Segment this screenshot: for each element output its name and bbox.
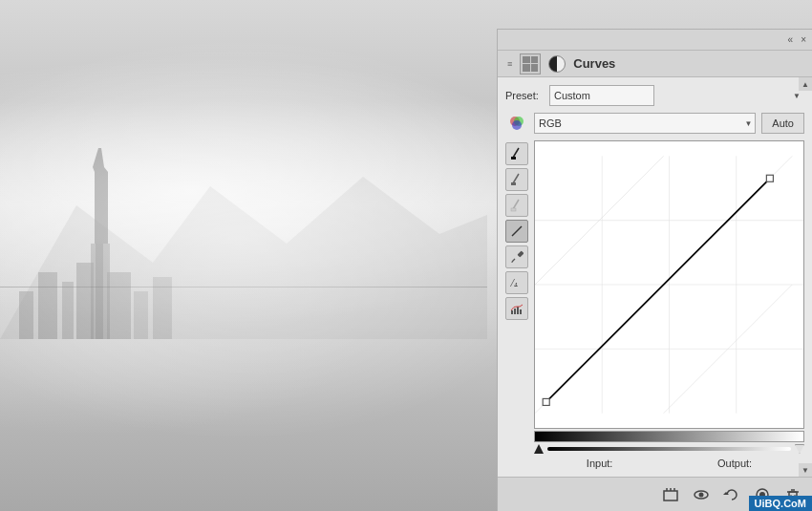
channel-row: RGB Red Green Blue Auto (505, 112, 804, 135)
panel-topbar: « × (498, 30, 812, 51)
adjustment-layer-icon (520, 53, 541, 75)
svg-line-21 (512, 259, 515, 262)
channel-select[interactable]: RGB Red Green Blue (534, 113, 756, 134)
output-label: Output: (717, 458, 752, 469)
black-point-slider[interactable] (534, 444, 544, 454)
svg-line-18 (513, 200, 519, 209)
panel-content: Preset: Custom Default Strong Contrast L… (498, 77, 812, 477)
svg-rect-40 (664, 491, 677, 500)
watermark: UiBQ.CoM (749, 496, 812, 511)
panel-title: Curves (573, 56, 615, 71)
view-previous-button[interactable] (692, 485, 711, 504)
curves-adjustment-icon (548, 55, 566, 73)
eyedropper-gray-tool[interactable] (505, 168, 528, 191)
svg-point-45 (699, 492, 704, 497)
sliders-row (534, 444, 804, 454)
panel-header: ≡ Curves (498, 51, 812, 77)
channel-icon (505, 112, 528, 135)
svg-rect-38 (543, 398, 549, 405)
graph-area: Input: Output: (534, 140, 804, 469)
input-label: Input: (587, 458, 613, 469)
panel-menu-icon[interactable]: ≡ (507, 59, 512, 69)
slider-track[interactable] (547, 447, 791, 451)
svg-text:⁄₄: ⁄₄ (510, 278, 518, 288)
svg-rect-20 (517, 250, 524, 257)
preset-select-wrapper: Custom Default Strong Contrast Linear Co… (549, 85, 804, 106)
pencil-draw-tool[interactable] (505, 245, 528, 268)
panel-collapse-icon[interactable]: « (788, 34, 794, 45)
reset-button[interactable] (722, 485, 741, 504)
scroll-down-icon[interactable]: ▼ (799, 463, 812, 477)
auto-button[interactable]: Auto (761, 113, 804, 134)
preset-row: Preset: Custom Default Strong Contrast L… (505, 85, 804, 106)
svg-line-14 (513, 148, 519, 158)
svg-line-16 (513, 174, 519, 183)
tools-column: ⁄₄ (505, 140, 530, 469)
svg-rect-24 (511, 310, 513, 314)
clip-to-layer-button[interactable] (661, 485, 680, 504)
preset-select[interactable]: Custom Default Strong Contrast Linear Co… (549, 85, 654, 106)
svg-rect-17 (511, 182, 516, 185)
panel-close-icon[interactable]: × (801, 34, 806, 45)
eyedropper-white-tool[interactable] (505, 194, 528, 217)
curves-graph[interactable] (534, 140, 804, 429)
scroll-bottom-area: ▼ (799, 463, 812, 477)
curves-graph-svg (535, 141, 803, 428)
svg-rect-19 (511, 208, 516, 211)
svg-rect-25 (514, 309, 516, 314)
histogram-tool[interactable] (505, 297, 528, 320)
eyedropper-black-tool[interactable] (505, 142, 528, 165)
channel-select-wrapper: RGB Red Green Blue (534, 113, 756, 134)
properties-panel: « × ≡ Curves ▲ Preset: Custom Default (497, 29, 812, 511)
tools-and-graph: ⁄₄ (505, 140, 804, 469)
svg-point-13 (512, 120, 522, 130)
io-labels-row: Input: Output: (534, 458, 804, 469)
svg-rect-15 (511, 157, 516, 160)
svg-rect-27 (520, 309, 522, 314)
white-point-slider[interactable] (795, 444, 804, 454)
svg-rect-26 (517, 307, 519, 314)
output-gradient-strip (534, 431, 804, 442)
preset-label: Preset: (505, 90, 542, 101)
curve-edit-tool[interactable] (505, 220, 528, 243)
svg-marker-22 (511, 262, 513, 263)
svg-rect-39 (766, 175, 773, 181)
smooth-tool[interactable]: ⁄₄ (505, 271, 528, 294)
